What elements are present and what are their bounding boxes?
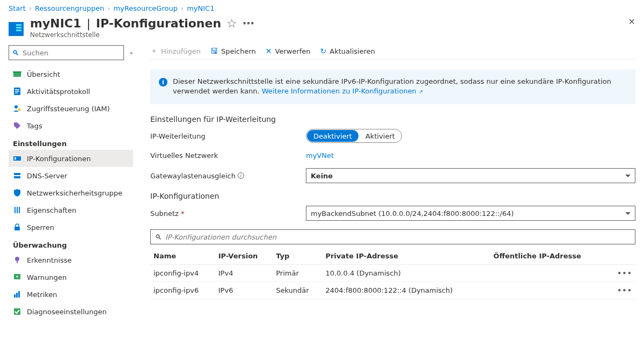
col-public[interactable]: Öffentliche IP-Adresse	[490, 248, 608, 265]
svg-point-16	[15, 257, 19, 261]
breadcrumb: Start › Ressourcengruppen › myResourceGr…	[0, 0, 644, 17]
svg-rect-0	[13, 72, 21, 77]
toggle-on[interactable]: Aktiviert	[359, 129, 401, 142]
nav-dns[interactable]: DNS-Server	[9, 167, 133, 184]
nav-tags[interactable]: Tags	[9, 117, 133, 134]
nav-alerts[interactable]: Warnungen	[9, 269, 133, 286]
label-ipforward: IP-Weiterleitung	[150, 132, 306, 140]
side-search[interactable]: 🔍︎	[9, 45, 124, 60]
close-icon[interactable]: ✕	[628, 17, 635, 27]
blade-name: IP-Konfigurationen	[96, 17, 221, 30]
discard-button[interactable]: ✕Verwerfen	[266, 47, 311, 55]
svg-rect-11	[14, 176, 20, 178]
subnet-select[interactable]: myBackendSubnet (10.0.0.0/24,2404:f800:8…	[306, 206, 635, 221]
collapse-icon[interactable]: «	[129, 49, 133, 56]
nav-diag[interactable]: Diagnoseeinstellungen	[9, 303, 133, 320]
col-version[interactable]: IP-Version	[215, 248, 273, 265]
svg-rect-3	[15, 89, 19, 90]
overview-icon	[13, 70, 21, 78]
properties-icon	[13, 206, 21, 214]
external-icon: ↗	[419, 89, 423, 95]
tag-icon	[13, 121, 21, 130]
dns-icon	[13, 171, 21, 180]
row-more-icon[interactable]: •••	[609, 265, 635, 282]
glb-select[interactable]: Keine	[306, 168, 635, 183]
table-row[interactable]: ipconfig-ipv4 IPv4 Primär 10.0.0.4 (Dyna…	[150, 265, 635, 282]
ipforward-toggle[interactable]: Deaktiviert Aktiviert	[306, 129, 402, 143]
subtitle: Netzwerkschnittstelle	[30, 31, 254, 39]
nav-section-settings: Einstellungen	[9, 134, 133, 150]
svg-rect-21	[18, 291, 20, 298]
required-icon: *	[181, 209, 185, 218]
star-icon[interactable]: ☆	[226, 17, 237, 30]
svg-rect-17	[17, 261, 18, 263]
nav-locks[interactable]: Sperren	[9, 219, 133, 236]
svg-rect-12	[14, 207, 16, 213]
table-filter[interactable]: 🔍︎	[150, 229, 635, 244]
nav-section-monitoring: Überwachung	[9, 236, 133, 251]
svg-rect-9	[14, 157, 16, 160]
breadcrumb-item[interactable]: myNIC1	[187, 4, 214, 12]
side-search-input[interactable]	[23, 49, 120, 57]
close-icon: ✕	[266, 47, 272, 55]
toolbar: ＋Hinzufügen 🖫Speichern ✕Verwerfen ↻Aktua…	[150, 43, 635, 60]
ipconfig-table: Name IP-Version Typ Private IP-Adresse Ö…	[150, 248, 635, 299]
chevron-right-icon: ›	[29, 4, 32, 12]
chevron-right-icon: ›	[181, 4, 184, 12]
vnet-link[interactable]: myVNet	[306, 151, 334, 160]
col-type[interactable]: Typ	[273, 248, 322, 265]
row-more-icon[interactable]: •••	[609, 282, 635, 299]
nav-nsg[interactable]: Netzwerksicherheitsgruppe	[9, 184, 133, 201]
refresh-icon: ↻	[320, 47, 327, 55]
nav-iam[interactable]: Zugriffssteuerung (IAM)	[9, 100, 133, 117]
info-icon[interactable]: i	[238, 172, 244, 179]
toggle-off[interactable]: Deaktiviert	[307, 130, 358, 142]
save-icon: 🖫	[210, 47, 218, 55]
add-button[interactable]: ＋Hinzufügen	[150, 46, 201, 56]
info-banner: i Dieser Netzwerkschnittstelle ist eine …	[150, 69, 635, 104]
table-filter-input[interactable]	[165, 233, 631, 241]
label-subnet: Subnetz *	[150, 209, 306, 218]
table-row[interactable]: ipconfig-ipv6 IPv6 Sekundär 2404:f800:80…	[150, 282, 635, 299]
page-title: myNIC1 | IP-Konfigurationen ☆ ⋯	[30, 17, 254, 30]
nav-insights[interactable]: Erkenntnisse	[9, 251, 133, 269]
search-icon: 🔍︎	[12, 49, 19, 57]
nav-ip-config[interactable]: IP-Konfigurationen	[9, 150, 133, 167]
nic-icon	[9, 22, 24, 36]
search-icon: 🔍︎	[155, 233, 162, 241]
diag-icon	[13, 307, 21, 316]
svg-rect-22	[14, 308, 20, 315]
svg-rect-4	[15, 91, 19, 92]
resource-name: myNIC1	[30, 17, 81, 30]
nav-overview[interactable]: Übersicht	[9, 66, 133, 83]
svg-rect-20	[16, 293, 18, 298]
col-name[interactable]: Name	[150, 248, 215, 265]
svg-rect-13	[17, 207, 18, 213]
breadcrumb-item[interactable]: Start	[9, 4, 26, 12]
nav-metrics[interactable]: Metriken	[9, 286, 133, 303]
nav-properties[interactable]: Eigenschaften	[9, 201, 133, 219]
svg-point-6	[14, 105, 18, 109]
lock-icon	[13, 223, 21, 232]
section-ipconfig: IP-Konfigurationen	[150, 192, 635, 200]
shield-icon	[13, 189, 21, 197]
svg-rect-19	[14, 294, 16, 298]
info-link[interactable]: Weitere Informationen zu IP-Konfiguratio…	[262, 87, 423, 95]
chevron-right-icon: ›	[107, 4, 110, 12]
ipconfig-icon	[13, 154, 21, 163]
info-icon: i	[159, 78, 167, 86]
more-icon[interactable]: ⋯	[243, 17, 254, 30]
svg-rect-15	[14, 227, 20, 230]
plus-icon: ＋	[150, 46, 158, 56]
breadcrumb-item[interactable]: myResourceGroup	[113, 4, 178, 12]
insights-icon	[13, 256, 21, 264]
label-vnet: Virtuelles Netzwerk	[150, 151, 306, 160]
log-icon	[13, 87, 21, 96]
svg-point-7	[18, 108, 21, 111]
breadcrumb-item[interactable]: Ressourcengruppen	[35, 4, 104, 12]
iam-icon	[13, 104, 21, 113]
save-button[interactable]: 🖫Speichern	[210, 47, 256, 55]
col-private[interactable]: Private IP-Adresse	[322, 248, 490, 265]
nav-activity[interactable]: Aktivitätsprotokoll	[9, 83, 133, 100]
refresh-button[interactable]: ↻Aktualisieren	[320, 47, 375, 55]
